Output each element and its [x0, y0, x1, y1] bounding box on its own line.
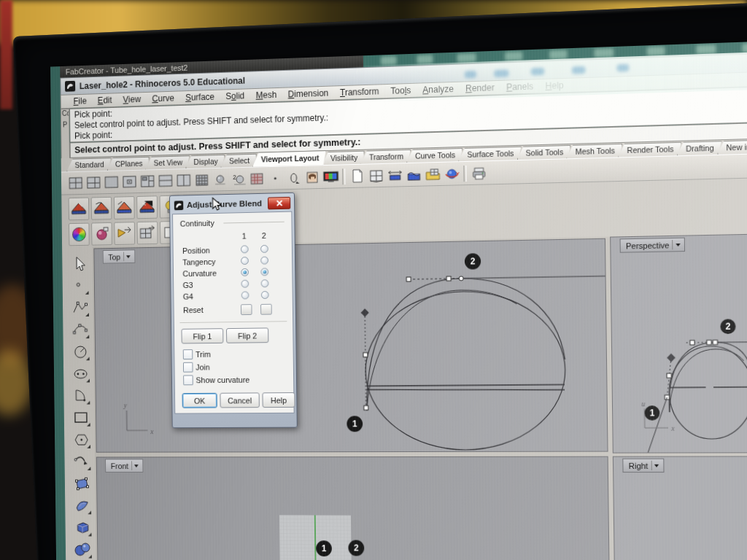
- tab-render-tools[interactable]: Render Tools: [618, 142, 681, 158]
- tab-drafting[interactable]: Drafting: [677, 141, 722, 155]
- tab-viewport-layout[interactable]: Viewport Layout: [252, 150, 326, 167]
- menu-render[interactable]: Render: [460, 82, 500, 94]
- curvature-radio-1[interactable]: [241, 268, 249, 276]
- menu-solid[interactable]: Solid: [220, 90, 250, 101]
- viewport-split-h-icon[interactable]: [156, 171, 174, 190]
- point-icon[interactable]: [69, 276, 90, 297]
- g4-radio-2[interactable]: [261, 291, 269, 299]
- display-color-screen-icon[interactable]: [322, 168, 340, 186]
- viewport-top-label-chip[interactable]: Top: [103, 249, 135, 263]
- render-view-sphere-icon[interactable]: [442, 164, 460, 183]
- menu-edit[interactable]: Edit: [92, 95, 117, 106]
- g3-radio-2[interactable]: [261, 279, 269, 287]
- viewport-single-icon[interactable]: [102, 173, 120, 191]
- grid-snap-icon[interactable]: [193, 171, 210, 189]
- print-view-icon[interactable]: [469, 163, 488, 182]
- tab-mesh-tools[interactable]: Mesh Tools: [566, 144, 622, 158]
- control-point-curve-icon[interactable]: [70, 320, 91, 341]
- tab-visibility[interactable]: Visibility: [322, 151, 365, 165]
- join-checkbox[interactable]: [183, 362, 193, 373]
- tab-surface-tools[interactable]: Surface Tools: [458, 147, 521, 161]
- menu-transform[interactable]: Transform: [334, 86, 385, 98]
- ellipse-icon[interactable]: [70, 364, 91, 384]
- flip-2-button[interactable]: Flip 2: [226, 327, 268, 343]
- menu-view[interactable]: View: [117, 94, 147, 105]
- surface-points-icon[interactable]: [71, 474, 93, 494]
- rendered-wedge-icon[interactable]: [114, 196, 135, 219]
- wireframe-wedge-icon[interactable]: [69, 198, 90, 221]
- viewport-right-label-chip[interactable]: Right: [622, 459, 664, 472]
- help-button[interactable]: Help: [262, 392, 295, 408]
- viewport-split-4-wide-icon[interactable]: [85, 174, 102, 192]
- menu-file[interactable]: File: [68, 96, 92, 106]
- g3-radio-1[interactable]: [241, 280, 249, 288]
- viewport-right[interactable]: Right: [613, 456, 747, 560]
- menu-surface[interactable]: Surface: [179, 92, 220, 104]
- tangency-radio-1[interactable]: [241, 257, 249, 265]
- patch-surface-icon[interactable]: [72, 496, 93, 516]
- viewport-perspective-label-chip[interactable]: Perspective: [620, 238, 686, 253]
- viewport-perspective[interactable]: Perspective: [610, 233, 747, 454]
- tab-cplanes[interactable]: CPlanes: [107, 157, 150, 171]
- menu-tools[interactable]: Tools: [384, 85, 417, 96]
- reset-button-2[interactable]: [260, 304, 272, 315]
- ok-button[interactable]: OK: [182, 393, 217, 408]
- viewport-3-pane-icon[interactable]: [139, 172, 156, 190]
- ghosted-wedge-icon[interactable]: [136, 195, 158, 219]
- ellipse-view-icon[interactable]: [285, 168, 303, 187]
- position-radio-2[interactable]: [260, 245, 268, 253]
- cancel-button[interactable]: Cancel: [220, 392, 259, 408]
- viewport-split-v-icon[interactable]: [174, 171, 192, 190]
- menu-panels[interactable]: Panels: [500, 81, 540, 93]
- position-radio-1[interactable]: [241, 245, 249, 253]
- menu-analyze[interactable]: Analyze: [417, 84, 460, 96]
- render-sphere-icon[interactable]: [91, 222, 112, 246]
- tab-set-view[interactable]: Set View: [145, 155, 190, 169]
- arc-icon[interactable]: [71, 386, 92, 405]
- viewport-split-4-icon[interactable]: [66, 174, 84, 192]
- polyline-icon[interactable]: [69, 298, 90, 319]
- viewport-front-label-chip[interactable]: Front: [105, 459, 143, 472]
- new-floating-viewport-icon[interactable]: [348, 167, 366, 186]
- menu-help[interactable]: Help: [539, 80, 570, 92]
- curvature-radio-2[interactable]: [260, 268, 268, 276]
- chevron-down-icon[interactable]: [673, 240, 684, 250]
- grid-box-icon[interactable]: [137, 222, 158, 245]
- spheres-icon[interactable]: [72, 540, 93, 559]
- flag-arrow-icon[interactable]: [114, 222, 135, 245]
- tab-display[interactable]: Display: [185, 155, 225, 168]
- viewport-zoom-target-icon[interactable]: [120, 173, 138, 191]
- stretch-width-icon[interactable]: [385, 166, 403, 184]
- flip-1-button[interactable]: Flip 1: [181, 328, 223, 343]
- menu-mesh[interactable]: Mesh: [250, 90, 282, 101]
- tab-curve-tools[interactable]: Curve Tools: [406, 148, 462, 163]
- named-view-photo-icon[interactable]: [303, 168, 321, 186]
- g4-radio-1[interactable]: [241, 291, 249, 299]
- pointer-cursor-icon[interactable]: [69, 254, 90, 274]
- color-wheel-icon[interactable]: [69, 223, 90, 246]
- box-icon[interactable]: [72, 518, 93, 537]
- viewport-front[interactable]: Front 1 2: [96, 456, 610, 560]
- circle-icon[interactable]: [70, 342, 91, 362]
- tab-solid-tools[interactable]: Solid Tools: [516, 145, 570, 160]
- curve-blend-icon[interactable]: [71, 452, 93, 472]
- point-display-icon[interactable]: [266, 169, 285, 187]
- menu-dimension[interactable]: Dimension: [282, 88, 334, 99]
- shaded-wedge-icon[interactable]: [91, 197, 112, 220]
- grid-options-icon[interactable]: [247, 169, 266, 187]
- tab-new-in-v5[interactable]: New in V5: [717, 139, 747, 154]
- menu-curve[interactable]: Curve: [147, 93, 180, 104]
- rectangle-icon[interactable]: [71, 408, 92, 427]
- open-layout-folder-icon[interactable]: [423, 165, 441, 184]
- trim-checkbox[interactable]: [183, 349, 193, 359]
- close-button[interactable]: [268, 196, 290, 209]
- background-fill-icon[interactable]: [404, 166, 422, 184]
- chevron-down-icon[interactable]: [651, 461, 662, 470]
- polygon-icon[interactable]: [71, 430, 92, 450]
- tangency-radio-2[interactable]: [260, 257, 268, 265]
- tab-standard[interactable]: Standard: [66, 158, 111, 171]
- chevron-down-icon[interactable]: [131, 461, 141, 470]
- sphere-view-icon[interactable]: [211, 170, 228, 188]
- tab-select[interactable]: Select: [220, 154, 257, 168]
- two-point-perspective-icon[interactable]: 2: [229, 170, 247, 188]
